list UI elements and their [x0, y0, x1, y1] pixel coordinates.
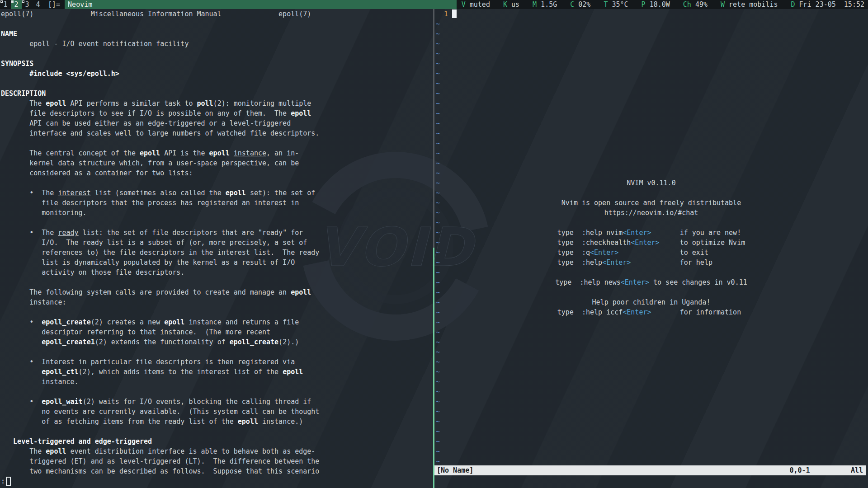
empty-line-tilde: ~: [436, 89, 440, 99]
status-text: V mutedK usM 1.5GC 02%T 35°CP 18.0WCh 49…: [457, 0, 868, 9]
nvim-splash-line: Help poor children in Uganda!: [434, 297, 868, 307]
empty-line-tilde: ~: [436, 417, 440, 427]
man-page-line: • epoll_wait(2) waits for I/O events, bl…: [1, 397, 433, 407]
man-page-line: of as fetching items from the ready list…: [1, 417, 433, 427]
status-module-value: 18.0W: [646, 0, 670, 9]
man-page-line: API can be used either as an edge-trigge…: [1, 118, 433, 128]
man-page-line: [1, 138, 433, 148]
empty-line-tilde: ~: [436, 337, 440, 347]
terminal-cursor: [6, 477, 11, 486]
nvim-cursor: [452, 9, 457, 18]
man-page-line: • Interest in particular file descriptor…: [1, 357, 433, 367]
empty-line-tilde: ~: [436, 367, 440, 377]
man-page-line: • epoll_create(2) creates a new epoll in…: [1, 317, 433, 327]
empty-line-tilde: ~: [436, 397, 440, 407]
man-page-line: file descriptors that the process has re…: [1, 198, 433, 208]
empty-line-tilde: ~: [436, 138, 440, 148]
empty-line-tilde: ~: [436, 407, 440, 417]
empty-line-tilde: ~: [436, 456, 440, 466]
empty-line-tilde: ~: [436, 317, 440, 327]
empty-line-tilde: ~: [436, 118, 440, 128]
man-page-line: SYNOPSIS: [1, 59, 433, 69]
statusline-filename: [No Name]: [437, 465, 473, 475]
status-module-key: V: [462, 0, 466, 9]
man-page-line: • The interest list (sometimes also call…: [1, 188, 433, 198]
man-page-line: The central concept of the epoll API is …: [1, 148, 433, 158]
man-page-line: descriptor referring to that instance. (…: [1, 327, 433, 337]
empty-line-tilde: ~: [436, 168, 440, 178]
man-page-line: instance.: [1, 377, 433, 387]
empty-line-tilde: ~: [436, 69, 440, 79]
man-page-line: #include <sys/epoll.h>: [1, 69, 433, 79]
workspace-tag-1[interactable]: 1: [0, 0, 11, 9]
man-page-line: [1, 79, 433, 89]
terminal-man-page-window[interactable]: epoll(7) Miscellaneous Information Manua…: [0, 9, 433, 488]
man-page-line: [1, 307, 433, 317]
layout-symbol[interactable]: []=: [43, 0, 65, 9]
statusline-ruler: 0,0-1 All: [789, 465, 863, 475]
workspace-tag-3[interactable]: 3: [22, 0, 33, 9]
nvim-command-line: [434, 475, 866, 485]
status-module-k: K us: [503, 0, 519, 9]
empty-line-tilde: ~: [436, 79, 440, 89]
tag-occupancy-indicator: [11, 0, 14, 3]
workspace-tag-2[interactable]: 2: [11, 0, 22, 9]
man-page-line: interface and scales well to large numbe…: [1, 128, 433, 138]
dwm-status-bar: 1234 []= Neovim V mutedK usM 1.5GC 02%T …: [0, 0, 868, 9]
man-page-line: [1, 387, 433, 397]
status-module-key: C: [570, 0, 574, 9]
nvim-splash-line: [434, 287, 868, 297]
man-page-line: [1, 427, 433, 436]
man-page-line: references to) the file descriptors in t…: [1, 248, 433, 258]
nvim-splash-line: type :help<Enter> for help: [434, 258, 868, 267]
nvim-splash-line: type :help iccf<Enter> for information: [434, 307, 868, 317]
workspace-tag-4[interactable]: 4: [33, 0, 43, 9]
workspace-tags: 1234: [0, 0, 43, 9]
nvim-splash-line: Nvim is open source and freely distribut…: [434, 198, 868, 208]
tag-occupancy-indicator: [22, 0, 24, 3]
status-module-c: C 02%: [570, 0, 590, 9]
status-module-value: muted: [466, 0, 490, 9]
tag-label: 1: [3, 0, 7, 9]
man-page-line: epoll_create1(2) extends the functionali…: [1, 337, 433, 347]
man-page-line: file descriptors to see if I/O is possib…: [1, 108, 433, 118]
nvim-splash-line: type :checkhealth<Enter> to optimize Nvi…: [434, 238, 868, 248]
man-page-line: considered as a container for two lists:: [1, 168, 433, 178]
status-module-value: us: [507, 0, 519, 9]
empty-line-tilde: ~: [436, 108, 440, 118]
man-page-line: two mechanisms can be described as follo…: [1, 466, 433, 476]
man-page-line: list is dynamically populated by the ker…: [1, 258, 433, 267]
status-module-p: P 18.0W: [642, 0, 670, 9]
status-module-ch: Ch 49%: [683, 0, 708, 9]
status-module-value: Fri 23-05 15:52: [795, 0, 864, 9]
status-module-v: V muted: [462, 0, 490, 9]
empty-line-tilde: ~: [436, 19, 440, 29]
status-module-value: 35°C: [608, 0, 628, 9]
man-page-line: NAME: [1, 29, 433, 39]
tag-label: 3: [25, 0, 29, 9]
man-page-line: [1, 19, 433, 29]
nvim-intro-screen: NVIM v0.11.0Nvim is open source and free…: [434, 178, 868, 317]
empty-line-tilde: ~: [436, 99, 440, 108]
empty-line-tilde: ~: [436, 377, 440, 387]
empty-line-tilde: ~: [436, 446, 440, 456]
man-page-line: epoll(7) Miscellaneous Information Manua…: [1, 9, 433, 19]
neovim-window[interactable]: 1 ~~~~~~~~~~~~~~~~~~~~~~~~~~~~~~~~~~~~~~…: [434, 9, 868, 488]
empty-line-tilde: ~: [436, 29, 440, 39]
status-module-value: rete mobilis: [725, 0, 778, 9]
tag-label: 4: [36, 0, 40, 9]
man-page-line: [1, 49, 433, 59]
status-module-value: 02%: [574, 0, 590, 9]
man-page-line: activity on those file descriptors.: [1, 267, 433, 277]
man-page-line: no events are currently available. (This…: [1, 407, 433, 417]
man-page-line: Level-triggered and edge-triggered: [1, 436, 433, 446]
man-page-line: instance:: [1, 297, 433, 307]
man-page-content: epoll(7) Miscellaneous Information Manua…: [0, 9, 433, 476]
status-module-value: 1.5G: [537, 0, 557, 9]
nvim-splash-line: [434, 218, 868, 228]
man-page-line: triggered (ET) and as level-triggered (L…: [1, 456, 433, 466]
empty-line-tilde: ~: [436, 49, 440, 59]
window-border-focused: [433, 248, 434, 488]
status-module-key: P: [642, 0, 646, 9]
status-module-key: M: [533, 0, 537, 9]
